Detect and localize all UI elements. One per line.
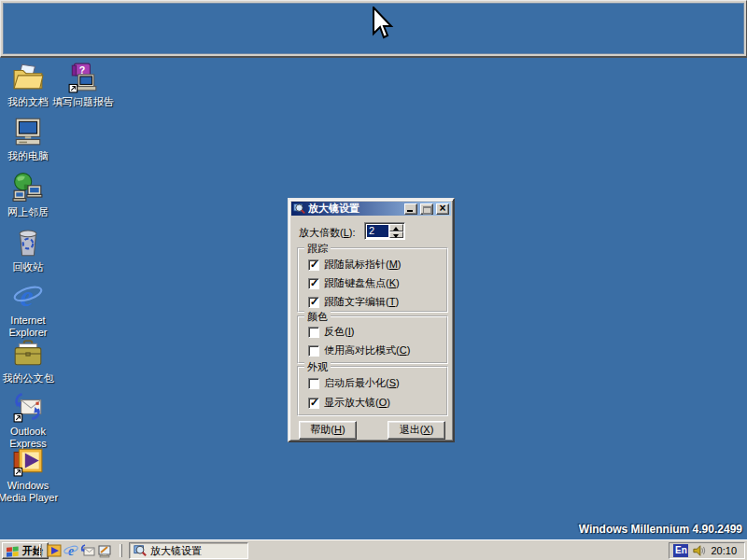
svg-text:?: ? bbox=[79, 64, 85, 76]
close-button[interactable] bbox=[436, 203, 449, 215]
volume-icon[interactable] bbox=[693, 544, 706, 557]
desktop: { "colors":{ "desktop_background":"#3A6E… bbox=[0, 0, 747, 560]
checkbox[interactable] bbox=[308, 297, 319, 308]
magnified-cursor-icon bbox=[372, 7, 394, 42]
checkbox-invert-colors[interactable]: 反色(I) bbox=[308, 325, 354, 339]
exit-button[interactable]: 退出(X) bbox=[388, 421, 445, 440]
taskbar: 开始 e 放大镜设置 En 20:10 bbox=[0, 539, 747, 560]
spinner-up-icon[interactable] bbox=[389, 224, 403, 231]
maximize-button[interactable] bbox=[420, 203, 433, 215]
media-player-icon bbox=[12, 445, 44, 477]
magnifier-window[interactable] bbox=[0, 0, 747, 58]
appearance-group: 外观 启动后最小化(S) 显示放大镜(O) bbox=[297, 366, 448, 416]
checkbox[interactable] bbox=[308, 345, 319, 357]
spinner-down-icon[interactable] bbox=[389, 231, 403, 239]
windows-logo-icon bbox=[6, 545, 20, 557]
magnifier-icon bbox=[134, 544, 147, 557]
desktop-icon-label: 我的公文包 bbox=[0, 372, 60, 385]
taskbar-clock[interactable]: 20:10 bbox=[711, 545, 737, 556]
task-button-label: 放大镜设置 bbox=[150, 544, 202, 558]
desktop-icon-label: Internet Explorer bbox=[0, 315, 60, 339]
svg-text:e: e bbox=[21, 280, 34, 312]
briefcase-icon bbox=[12, 338, 44, 370]
quicklaunch-show-desktop-icon[interactable] bbox=[97, 543, 112, 558]
windows-version-text: Windows Millennium 4.90.2499 bbox=[579, 523, 742, 536]
checkbox-start-minimized[interactable]: 启动后最小化(S) bbox=[308, 376, 400, 390]
checkbox-high-contrast[interactable]: 使用高对比模式(C) bbox=[308, 343, 410, 357]
desktop-icon-label: Windows Media Player bbox=[0, 480, 60, 504]
problem-report-icon: ? bbox=[67, 62, 99, 93]
recycle-bin-icon bbox=[12, 227, 44, 259]
desktop-icon-label: 填写问题报告 bbox=[51, 96, 115, 108]
my-documents-icon bbox=[12, 62, 44, 93]
checkbox[interactable] bbox=[308, 327, 319, 338]
color-group: 颜色 反色(I) 使用高对比模式(C) bbox=[297, 315, 448, 364]
internet-explorer-icon: e bbox=[12, 280, 44, 312]
checkbox[interactable] bbox=[308, 398, 319, 409]
desktop-icon-label: 回收站 bbox=[0, 261, 60, 273]
checkbox-follow-mouse[interactable]: 跟随鼠标指针(M) bbox=[308, 258, 402, 272]
magnification-label: 放大倍数(L): bbox=[299, 226, 356, 240]
help-button[interactable]: 帮助(H) bbox=[299, 421, 357, 440]
toolbar-grip[interactable] bbox=[39, 544, 42, 557]
desktop-icon-label: 我的电脑 bbox=[0, 150, 60, 162]
outlook-express-icon bbox=[12, 391, 44, 423]
checkbox[interactable] bbox=[308, 259, 319, 271]
checkbox[interactable] bbox=[308, 278, 319, 289]
input-method-indicator[interactable]: En bbox=[673, 544, 688, 557]
desktop-icon-briefcase[interactable]: 我的公文包 bbox=[0, 338, 60, 385]
dialog-title: 放大镜设置 bbox=[308, 202, 402, 216]
magnification-spinner[interactable]: 2 bbox=[364, 222, 405, 240]
my-computer-icon bbox=[12, 116, 44, 147]
checkbox[interactable] bbox=[308, 378, 319, 389]
toolbar-grip[interactable] bbox=[120, 544, 122, 557]
magnifier-icon bbox=[293, 203, 305, 215]
group-title: 跟踪 bbox=[304, 242, 331, 256]
minimize-button[interactable] bbox=[404, 203, 417, 215]
magnification-value[interactable]: 2 bbox=[367, 225, 388, 237]
group-title: 外观 bbox=[304, 360, 331, 374]
magnifier-viewport bbox=[3, 3, 744, 54]
desktop-icon-media-player[interactable]: Windows Media Player bbox=[0, 445, 60, 504]
group-title: 颜色 bbox=[304, 310, 331, 324]
magnifier-settings-dialog: 放大镜设置 放大倍数(L): 2 跟踪 跟随鼠标指针(M) 跟随键盘焦点(K) … bbox=[288, 198, 455, 442]
checkbox-follow-keyboard[interactable]: 跟随键盘焦点(K) bbox=[308, 276, 400, 290]
desktop-icon-problem-report[interactable]: ? 填写问题报告 bbox=[51, 62, 115, 108]
desktop-icon-internet-explorer[interactable]: e Internet Explorer bbox=[0, 280, 60, 339]
desktop-icon-outlook-express[interactable]: Outlook Express bbox=[0, 391, 60, 450]
dialog-titlebar[interactable]: 放大镜设置 bbox=[291, 202, 451, 216]
checkbox-show-magnifier[interactable]: 显示放大镜(O) bbox=[308, 396, 390, 410]
quicklaunch-internet-explorer-icon[interactable]: e bbox=[63, 543, 78, 558]
tracking-group: 跟踪 跟随鼠标指针(M) 跟随键盘焦点(K) 跟随文字编辑(T) bbox=[297, 247, 448, 313]
taskbar-task-magnifier-settings[interactable]: 放大镜设置 bbox=[129, 542, 248, 559]
desktop-icon-my-computer[interactable]: 我的电脑 bbox=[0, 116, 60, 162]
checkbox-follow-text-editing[interactable]: 跟随文字编辑(T) bbox=[308, 295, 399, 309]
desktop-icon-network-places[interactable]: 网上邻居 bbox=[0, 172, 60, 218]
quicklaunch-outlook-express-icon[interactable] bbox=[80, 543, 95, 558]
quicklaunch-media-player-icon[interactable] bbox=[47, 543, 62, 558]
system-tray: En 20:10 bbox=[669, 542, 745, 559]
desktop-icon-label: 网上邻居 bbox=[0, 206, 60, 218]
network-places-icon bbox=[12, 172, 44, 203]
desktop-icon-recycle-bin[interactable]: 回收站 bbox=[0, 227, 60, 273]
